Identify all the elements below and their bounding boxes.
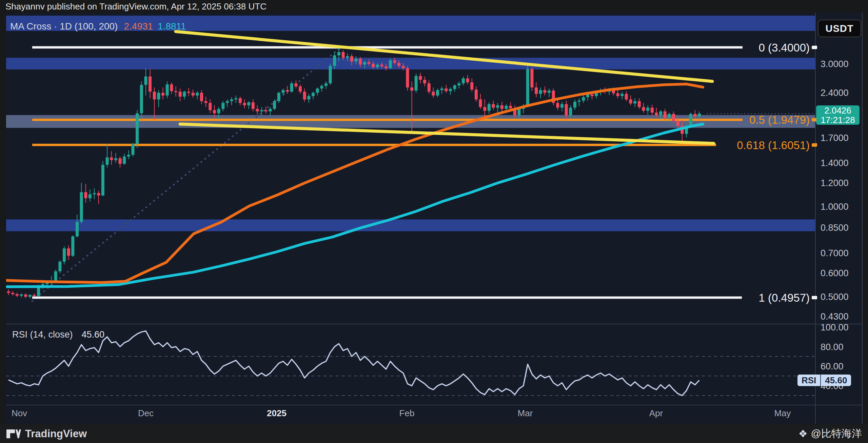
candle	[453, 85, 456, 89]
candle	[359, 59, 362, 65]
indicator-title: MA Cross · 1D (100, 200)	[10, 21, 118, 32]
fib-end-marker[interactable]	[812, 46, 816, 49]
fib-end-marker[interactable]	[812, 118, 816, 121]
time-tick: Apr	[649, 408, 663, 419]
candle	[428, 83, 431, 92]
candle	[119, 158, 122, 164]
candle	[166, 84, 169, 96]
candle	[616, 93, 619, 96]
price-tick: 0.8500	[821, 223, 849, 233]
candle	[252, 102, 255, 109]
candle	[633, 101, 636, 103]
candle	[157, 93, 160, 100]
price-tick: 1.2000	[821, 178, 849, 188]
rsi-tick: 80.00	[821, 342, 844, 353]
rsi-legend[interactable]: RSI (14, close)45.60	[12, 329, 104, 340]
candle	[76, 222, 79, 237]
price-tick: 2.4000	[821, 88, 849, 98]
candle	[393, 60, 396, 63]
candle	[573, 102, 576, 108]
candle	[376, 65, 379, 67]
candle	[316, 88, 319, 93]
fib-end-marker[interactable]	[812, 296, 816, 299]
zone-band	[6, 58, 815, 69]
candle	[466, 78, 469, 82]
current-price-badge: 2.0426 17:21:28	[816, 105, 860, 125]
price-tick: 1.4000	[821, 158, 849, 168]
candle	[432, 92, 435, 96]
indicator-legend[interactable]: MA Cross · 1D (100, 200)2.49311.8811	[10, 21, 186, 32]
time-tick: May	[774, 408, 791, 419]
time-tick: Mar	[518, 408, 533, 419]
candle	[174, 91, 177, 92]
fib-retracement-lines[interactable]	[32, 47, 743, 298]
candle	[144, 77, 147, 85]
candle	[457, 83, 460, 85]
candle	[260, 110, 263, 112]
fib-label-fib-1[interactable]: 1 (0.4957)	[759, 291, 810, 304]
candle	[277, 93, 280, 101]
candle	[153, 92, 156, 100]
quote-currency-button[interactable]: USDT	[818, 20, 861, 37]
candle	[204, 101, 208, 103]
candle	[7, 291, 10, 293]
tradingview-brand[interactable]: TradingView	[6, 428, 87, 440]
fib-label-fib-0[interactable]: 0 (3.4000)	[759, 41, 810, 54]
candle	[114, 158, 117, 160]
candle	[470, 82, 473, 89]
fib-label-fib-0.5[interactable]: 0.5 (1.9479)	[749, 114, 810, 126]
price-chart-svg	[0, 0, 868, 443]
candle	[28, 295, 32, 297]
candle	[299, 86, 302, 92]
candle	[449, 89, 452, 91]
candle	[54, 271, 57, 282]
candle	[397, 63, 400, 66]
candle	[136, 113, 139, 144]
price-tick: 0.7000	[821, 248, 849, 259]
tradingview-snapshot-page: { "header": { "published": "Shayannv pub…	[0, 0, 868, 443]
candle	[161, 93, 164, 96]
candle	[281, 90, 284, 93]
brand-name: TradingView	[25, 428, 87, 440]
candle	[71, 236, 74, 256]
candle	[329, 66, 332, 83]
rsi-badge-value: 45.60	[820, 375, 851, 386]
rsi-line	[8, 331, 699, 396]
candle	[320, 86, 323, 88]
candle	[324, 83, 328, 86]
candle	[651, 108, 654, 113]
fib-end-marker[interactable]	[812, 143, 816, 147]
candle	[269, 109, 272, 111]
rsi-panel-graphics	[6, 331, 815, 396]
candle	[303, 92, 306, 100]
candle	[659, 112, 662, 115]
time-tick: Feb	[399, 408, 415, 419]
tradingview-logo-icon	[6, 429, 21, 439]
candle	[638, 101, 641, 107]
candle	[243, 103, 246, 105]
fib-label-fib-0.618[interactable]: 0.618 (1.6051)	[737, 139, 810, 152]
candle	[410, 87, 413, 90]
candle	[646, 108, 649, 111]
candle	[234, 98, 237, 99]
candle	[475, 89, 478, 99]
candle	[406, 68, 409, 87]
candle	[569, 108, 572, 115]
candle	[67, 248, 70, 256]
candle	[363, 62, 366, 65]
candle	[505, 106, 508, 109]
candle	[625, 94, 628, 100]
candle	[698, 114, 701, 117]
candle	[565, 104, 568, 115]
candle	[346, 56, 349, 58]
candle	[84, 192, 87, 198]
candle	[436, 90, 439, 96]
ma200-line	[6, 124, 703, 287]
candle	[509, 106, 512, 108]
candle	[350, 56, 353, 62]
candle	[419, 76, 422, 80]
candle	[226, 101, 229, 103]
candle	[58, 262, 61, 271]
candle	[140, 85, 143, 113]
ma100-line	[6, 84, 703, 282]
